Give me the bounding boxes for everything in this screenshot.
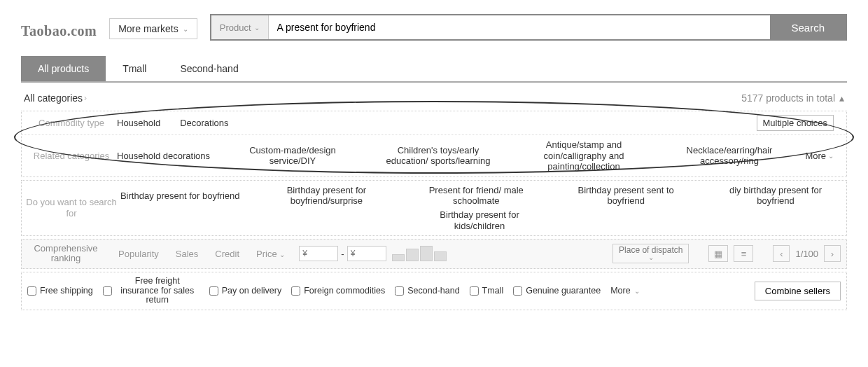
sort-label[interactable]: Comprehensive ranking [27,244,104,264]
check-label: Tmall [482,286,504,296]
prev-page-button[interactable]: ‹ [773,245,790,262]
check-label: Pay on delivery [222,286,281,296]
more-categories-link[interactable]: More ⌄ [805,151,834,161]
combine-sellers-button[interactable]: Combine sellers [755,282,841,300]
check-free-shipping[interactable]: Free shipping [27,286,93,296]
check-label: Genuine guarantee [526,286,601,296]
page-indicator: 1/100 [795,249,818,259]
filter-row-related-categories: Related categories Household decorations… [22,135,846,176]
chevron-down-icon: ⌄ [648,254,654,261]
check-pay-on-delivery[interactable]: Pay on delivery [209,286,281,296]
list-icon: ≡ [741,249,747,259]
filter-row-commodity-type: Commodity type Household Decorations Mul… [22,111,846,135]
sort-price[interactable]: Price ⌄ [253,247,288,261]
more-markets-dropdown[interactable]: More markets ⌄ [109,18,197,39]
price-min-input[interactable] [299,246,338,261]
search-suggestion[interactable]: Birthday present for boyfriend/surprise [263,184,389,208]
filter-row-suggestions: Do you want to search for Birthday prese… [22,181,846,235]
check-freight-insurance[interactable]: Free freight insurance for sales return [103,277,200,305]
multiple-choices-button[interactable]: Multiple choices [757,115,834,131]
range-separator: - [341,249,344,259]
list-view-button[interactable]: ≡ [734,245,753,262]
check-label: Foreign commodities [304,286,385,296]
checkbox[interactable] [103,286,112,296]
filter-value[interactable]: Household [117,116,160,130]
search-suggestion[interactable]: Birthday present sent to boyfriend [563,184,689,208]
search-button[interactable]: Search [770,15,846,39]
all-categories-label: All categories [24,92,83,104]
filter-label: Do you want to search for [26,197,117,219]
pager: ‹ 1/100 › [773,245,841,262]
search-input[interactable] [269,15,771,39]
sort-sales[interactable]: Sales [173,247,202,261]
tab-second-hand[interactable]: Second-hand [163,56,255,81]
tab-all-products[interactable]: All products [21,56,106,81]
check-second-hand[interactable]: Second-hand [395,286,459,296]
header: Taobao.com More markets ⌄ Product ⌄ Sear… [21,14,847,41]
filter-panel: Commodity type Household Decorations Mul… [21,111,847,177]
more-markets-label: More markets [118,23,178,34]
tab-tmall[interactable]: Tmall [106,56,163,81]
check-label: Free freight insurance for sales return [115,277,200,305]
check-label: Free shipping [40,286,93,296]
filter-value[interactable]: Antique/stamp and coin/calligraphy and p… [521,138,647,174]
chevron-down-icon: ⌄ [634,287,640,295]
sort-bar: Comprehensive ranking Popularity Sales C… [21,239,847,269]
checkbox[interactable] [209,286,218,296]
chevron-up-icon: ▴ [839,92,844,104]
check-label: Second-hand [407,286,459,296]
chevron-right-icon: › [831,249,834,259]
filter-block-suggestions: Do you want to search for Birthday prese… [21,180,847,236]
checkbox[interactable] [470,286,479,296]
checkbox[interactable] [291,286,300,296]
price-histogram[interactable] [392,246,447,261]
filter-value[interactable]: Children's toys/early education/ sports/… [375,144,501,168]
search-suggestion[interactable]: Birthday present for boyfriend [120,189,240,203]
check-genuine[interactable]: Genuine guarantee [513,286,601,296]
checkbox[interactable] [27,286,36,296]
search-scope-label: Product [220,22,251,33]
chevron-right-icon: › [84,93,87,103]
grid-view-button[interactable]: ▦ [708,245,728,262]
check-foreign[interactable]: Foreign commodities [291,286,385,296]
total-products-toggle[interactable]: 5177 products in total ▴ [741,92,844,104]
total-products-label: 5177 products in total [741,92,835,104]
site-logo: Taobao.com [21,23,97,39]
search-suggestion[interactable]: diy birthday present for boyfriend [713,184,839,208]
filter-value[interactable]: Household decorations [117,149,210,163]
check-tmall[interactable]: Tmall [470,286,504,296]
filter-label: Commodity type [26,118,117,129]
filter-value[interactable]: Necklace/earring/hair accessory/ring [666,144,792,168]
filter-values: Household Decorations [117,116,757,130]
checkbox[interactable] [395,286,404,296]
category-summary-row: All categories › 5177 products in total … [21,88,847,108]
search-bar: Product ⌄ Search [210,14,847,41]
chevron-left-icon: ‹ [780,249,783,259]
place-of-dispatch-dropdown[interactable]: Place of dispatch ⌄ [612,244,689,263]
grid-icon: ▦ [714,249,722,259]
search-scope-dropdown[interactable]: Product ⌄ [211,15,269,39]
chevron-down-icon: ⌄ [183,25,188,33]
sort-popularity[interactable]: Popularity [115,247,162,261]
next-page-button[interactable]: › [824,245,841,262]
more-filters-link[interactable]: More ⌄ [610,286,639,296]
filter-block-attributes: Commodity type Household Decorations Mul… [21,111,847,177]
search-suggestion[interactable]: Birthday present for kids/children [416,208,542,233]
sort-credit[interactable]: Credit [212,247,242,261]
product-source-tabs: All products Tmall Second-hand [21,56,847,83]
price-range: - [299,246,446,261]
filter-values: Birthday present for boyfriend Birthday … [117,184,842,233]
filter-value[interactable]: Decorations [180,116,228,130]
filter-checkboxes-row: Free shipping Free freight insurance for… [21,272,847,310]
filter-value[interactable]: Custom-made/design service/DIY [230,144,356,168]
sort-price-label: Price [256,249,277,259]
checkbox[interactable] [513,286,522,296]
chevron-down-icon: ⌄ [828,152,834,160]
chevron-down-icon: ⌄ [254,24,260,32]
filter-label: Related categories [26,151,117,162]
search-suggestion[interactable]: Present for friend/ male schoolmate [413,184,539,208]
all-categories-link[interactable]: All categories › [24,92,87,104]
more-label: More [805,151,826,161]
chevron-down-icon: ⌄ [279,251,285,258]
price-max-input[interactable] [347,246,386,261]
